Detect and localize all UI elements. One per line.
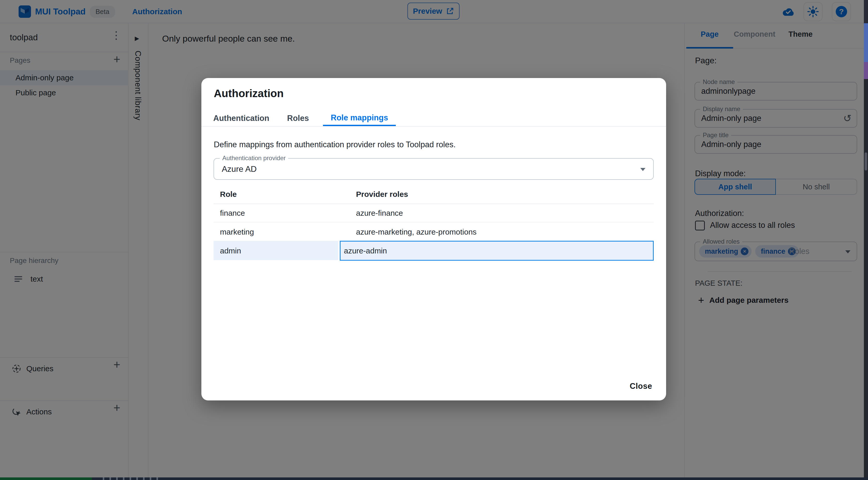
tab-role-mappings[interactable]: Role mappings (323, 111, 396, 126)
screen-right-edge (864, 0, 868, 480)
dialog-tabs: Authentication Roles Role mappings (202, 111, 666, 127)
provider-select-value: Azure AD (222, 159, 257, 179)
edge-segment (864, 62, 868, 79)
provider-roles-cell[interactable]: azure-marketing, azure-promotions (356, 222, 476, 241)
provider-roles-cell[interactable]: azure-finance (356, 204, 403, 222)
column-header-provider-roles: Provider roles (356, 185, 408, 204)
edge-segment (864, 0, 868, 23)
role-cell[interactable]: marketing (220, 222, 254, 241)
tab-roles[interactable]: Roles (279, 111, 316, 126)
column-header-role: Role (220, 185, 237, 204)
close-button[interactable]: Close (628, 381, 654, 391)
edge-segment (864, 23, 868, 62)
chevron-down-icon (640, 168, 646, 171)
screen-bottom-edge (0, 477, 868, 480)
dialog-title: Authorization (214, 87, 284, 100)
authorization-dialog: Authorization Authentication Roles Role … (202, 78, 666, 400)
authentication-provider-select[interactable]: Authentication provider Azure AD (214, 158, 654, 180)
role-cell[interactable]: finance (220, 204, 245, 222)
dialog-description: Define mappings from authentication prov… (214, 140, 456, 149)
edge-segment (0, 477, 92, 480)
role-cell[interactable]: admin (220, 241, 241, 260)
table-row-finance[interactable]: finance azure-finance (214, 204, 654, 222)
provider-roles-cell-editing[interactable]: azure-admin (340, 241, 654, 261)
edge-segment (103, 477, 160, 480)
table-row-admin-selected[interactable]: admin azure-admin (214, 241, 654, 260)
tab-authentication[interactable]: Authentication (206, 111, 277, 126)
scrollbar-thumb[interactable] (865, 152, 867, 171)
table-row-marketing[interactable]: marketing azure-marketing, azure-promoti… (214, 222, 654, 241)
divider (202, 126, 666, 127)
toolpad-editor-window: MUI Toolpad Beta Authorization Preview ?… (0, 0, 868, 480)
